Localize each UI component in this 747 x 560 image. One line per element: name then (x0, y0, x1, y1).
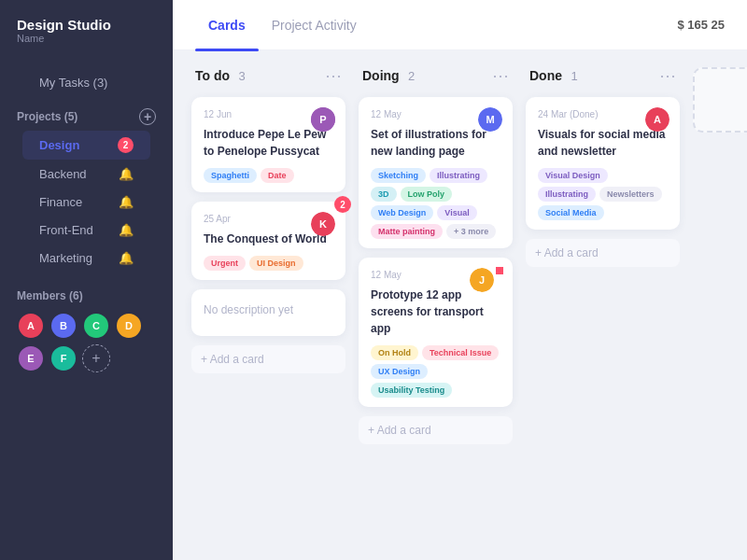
bell-icon: 🔔 (119, 195, 134, 209)
projects-section: Projects (5) + Design 2 Backend 🔔 Financ… (0, 101, 173, 276)
svg-text:A: A (654, 114, 661, 125)
design-badge: 2 (118, 137, 134, 153)
card-dot-badge (496, 267, 503, 274)
svg-text:M: M (486, 114, 494, 125)
avatar: F (49, 344, 78, 372)
add-card-done[interactable]: + Add a card (526, 239, 680, 267)
tag: + 3 more (446, 224, 496, 239)
my-tasks-section: My Tasks (3) (0, 61, 173, 101)
kanban-board: To do 3 ⋯ 12 Jun P Introduce Pepe Le Pew… (173, 50, 747, 560)
column-todo-count: 3 (239, 69, 246, 83)
tag: Date (261, 168, 294, 183)
add-project-button[interactable]: + (139, 108, 156, 125)
sidebar-item-marketing[interactable]: Marketing 🔔 (22, 245, 150, 272)
tag: Sketching (371, 168, 426, 183)
tag: Social Media (538, 205, 604, 220)
avatar: K (311, 212, 335, 236)
card-tags: Visual Design Illustrating Newsletters S… (538, 168, 668, 220)
sidebar-item-backend[interactable]: Backend 🔔 (22, 161, 150, 188)
add-card-doing[interactable]: + Add a card (359, 416, 513, 444)
avatar: B (49, 312, 78, 340)
avatar: E (17, 344, 45, 372)
card-conquest[interactable]: 2 25 Apr K The Conquest of World Urgent … (191, 202, 345, 280)
sidebar-brand: Design Studio Name (0, 17, 173, 61)
brand-sub: Name (17, 33, 156, 44)
avatar: J (470, 268, 494, 292)
tab-cards[interactable]: Cards (195, 12, 259, 38)
avatar: A (645, 107, 669, 135)
backend-label: Backend (39, 167, 87, 181)
tag: 3D (371, 187, 397, 202)
bell-icon: 🔔 (119, 223, 134, 237)
bell-icon: 🔔 (119, 251, 134, 265)
column-doing: Doing 2 ⋯ 12 May M Set of illustrations … (359, 67, 513, 444)
card-tags: Spaghetti Date (204, 168, 333, 183)
tag: Illustrating (430, 168, 487, 183)
card-pepe[interactable]: 12 Jun P Introduce Pepe Le Pew to Penelo… (191, 97, 345, 192)
card-illustrations[interactable]: 12 May M Set of illustrations for new la… (359, 97, 513, 248)
tag: Web Design (371, 205, 433, 220)
projects-label: Projects (5) (17, 110, 78, 123)
sidebar: Design Studio Name My Tasks (3) Projects… (0, 0, 173, 560)
card-tags: Urgent UI Design (204, 256, 333, 271)
brand-name: Design Studio (17, 17, 156, 33)
tag: Low Poly (401, 187, 453, 202)
topbar: Cards Project Activity $ 165 25 (173, 0, 747, 50)
card-prototype[interactable]: 12 May J Prototype 12 app screens for tr… (359, 258, 513, 407)
tag: UI Design (249, 256, 303, 271)
tag: Technical Issue (422, 345, 499, 360)
tag: Newsletters (599, 187, 662, 202)
sidebar-item-design[interactable]: Design 2 (22, 131, 150, 160)
svg-text:P: P (319, 114, 326, 125)
column-menu-icon[interactable]: ⋯ (659, 67, 676, 84)
projects-header: Projects (5) + (17, 108, 156, 125)
card-badge: 2 (334, 196, 351, 213)
column-doing-count: 2 (408, 69, 415, 83)
card-title: No description yet (204, 301, 333, 318)
svg-text:K: K (319, 218, 327, 230)
column-todo: To do 3 ⋯ 12 Jun P Introduce Pepe Le Pew… (191, 67, 345, 373)
column-done-count: 1 (571, 69, 577, 83)
card-no-desc[interactable]: No description yet (191, 289, 345, 336)
card-title: Set of illustrations for new landing pag… (371, 126, 500, 160)
column-done: Done 1 ⋯ 24 Mar (Done) A Visuals for soc… (526, 67, 680, 267)
card-tags: On Hold Technical Issue UX Design Usabil… (371, 345, 500, 398)
column-doing-title: Doing (362, 68, 400, 83)
tag: Visual Design (538, 168, 608, 183)
avatar: M (478, 107, 502, 132)
budget-display: $ 165 25 (677, 18, 725, 32)
column-menu-icon[interactable]: ⋯ (325, 67, 342, 84)
tag: UX Design (371, 364, 428, 379)
card-title: Introduce Pepe Le Pew to Penelope Pussyc… (204, 126, 333, 160)
sidebar-item-finance[interactable]: Finance 🔔 (22, 189, 150, 216)
bell-icon: 🔔 (119, 167, 134, 181)
add-card-todo[interactable]: + Add a card (191, 345, 345, 373)
add-column-button[interactable]: + (693, 67, 747, 133)
finance-label: Finance (39, 195, 82, 209)
avatar: D (115, 312, 143, 340)
card-title: The Conquest of World (204, 231, 333, 247)
card-visuals[interactable]: 24 Mar (Done) A Visuals for social media… (526, 97, 680, 230)
column-menu-icon[interactable]: ⋯ (492, 67, 509, 84)
sidebar-item-frontend[interactable]: Front-End 🔔 (22, 217, 150, 244)
column-todo-header: To do 3 ⋯ (191, 67, 345, 88)
my-tasks-label: My Tasks (3) (39, 76, 107, 90)
avatar: P (311, 107, 335, 132)
card-tags: Sketching Illustrating 3D Low Poly Web D… (371, 168, 500, 239)
add-member-button[interactable]: + (82, 344, 110, 372)
avatar: A (17, 312, 45, 340)
column-done-header: Done 1 ⋯ (526, 67, 680, 88)
topbar-tabs: Cards Project Activity (195, 12, 370, 38)
card-title: Prototype 12 app screens for transport a… (371, 287, 500, 337)
members-header: Members (6) (17, 289, 156, 302)
marketing-label: Marketing (39, 251, 92, 265)
main-content: Cards Project Activity $ 165 25 To do 3 … (173, 0, 747, 560)
avatar: C (82, 312, 110, 340)
svg-text:J: J (479, 274, 485, 286)
tag: Visual (437, 205, 476, 220)
frontend-label: Front-End (39, 223, 93, 237)
sidebar-item-my-tasks[interactable]: My Tasks (3) (22, 69, 150, 96)
tab-project-activity[interactable]: Project Activity (259, 12, 370, 38)
column-doing-header: Doing 2 ⋯ (359, 67, 513, 88)
design-label: Design (39, 138, 79, 152)
